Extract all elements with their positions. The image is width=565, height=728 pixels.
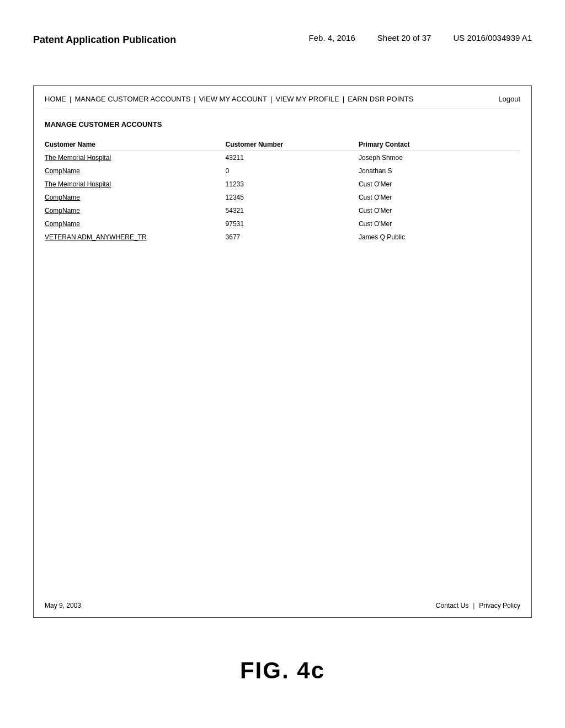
nav-manage-accounts-link[interactable]: MANAGE CUSTOMER ACCOUNTS [74, 95, 190, 103]
cell-customer-name[interactable]: The Memorial Hospital [45, 178, 226, 191]
table-row: CompName97531Cust O'Mer [45, 217, 520, 231]
footer-links: Contact Us | Privacy Policy [436, 602, 520, 609]
nav-links: HOME | MANAGE CUSTOMER ACCOUNTS | VIEW M… [45, 95, 413, 103]
cell-primary-contact: Cust O'Mer [359, 191, 520, 204]
table-row: VETERAN ADM_ANYWHERE_TR3677James Q Publi… [45, 231, 520, 244]
footer-date: May 9, 2003 [45, 602, 81, 609]
patent-header: Patent Application Publication Feb. 4, 2… [0, 33, 565, 47]
cell-primary-contact: Cust O'Mer [359, 178, 520, 191]
nav-sep-3: | [270, 95, 272, 103]
cell-customer-name[interactable]: The Memorial Hospital [45, 151, 226, 165]
figure-label: FIG. 4c [240, 657, 325, 684]
ui-footer: May 9, 2003 Contact Us | Privacy Policy [45, 602, 520, 609]
table-row: The Memorial Hospital11233Cust O'Mer [45, 178, 520, 191]
col-header-customer-number: Customer Number [226, 138, 359, 151]
nav-view-profile-link[interactable]: VIEW MY PROFILE [275, 95, 339, 103]
nav-sep-2: | [194, 95, 195, 103]
nav-view-account-link[interactable]: VIEW MY ACCOUNT [199, 95, 267, 103]
table-header-row: Customer Name Customer Number Primary Co… [45, 138, 520, 151]
cell-primary-contact: Joseph Shmoe [359, 151, 520, 165]
cell-customer-name[interactable]: CompName [45, 164, 226, 178]
patent-date: Feb. 4, 2016 [309, 33, 355, 42]
col-header-customer-name: Customer Name [45, 138, 226, 151]
page-heading: MANAGE CUSTOMER ACCOUNTS [45, 120, 520, 129]
nav-sep-1: | [70, 95, 71, 103]
nav-earn-dsr-link[interactable]: EARN DSR POINTS [348, 95, 413, 103]
cell-customer-number: 54321 [226, 204, 359, 217]
table-row: CompName12345Cust O'Mer [45, 191, 520, 204]
cell-customer-number: 3677 [226, 231, 359, 244]
col-header-primary-contact: Primary Contact [359, 138, 520, 151]
cell-customer-number: 12345 [226, 191, 359, 204]
nav-home-link[interactable]: HOME [45, 95, 66, 103]
table-row: The Memorial Hospital43211Joseph Shmoe [45, 151, 520, 165]
nav-logout-link[interactable]: Logout [498, 95, 520, 103]
customer-table: Customer Name Customer Number Primary Co… [45, 138, 520, 244]
cell-customer-number: 0 [226, 164, 359, 178]
cell-primary-contact: Jonathan S [359, 164, 520, 178]
cell-customer-name[interactable]: CompName [45, 204, 226, 217]
patent-title: Patent Application Publication [33, 33, 176, 47]
cell-primary-contact: Cust O'Mer [359, 217, 520, 231]
patent-sheet: Sheet 20 of 37 [377, 33, 431, 42]
footer-privacy-policy-link[interactable]: Privacy Policy [479, 602, 520, 609]
table-row: CompName0Jonathan S [45, 164, 520, 178]
nav-sep-4: | [343, 95, 344, 103]
cell-primary-contact: Cust O'Mer [359, 204, 520, 217]
cell-customer-name[interactable]: VETERAN ADM_ANYWHERE_TR [45, 231, 226, 244]
table-row: CompName54321Cust O'Mer [45, 204, 520, 217]
footer-pipe: | [473, 602, 475, 609]
footer-contact-us-link[interactable]: Contact Us [436, 602, 468, 609]
cell-customer-number: 97531 [226, 217, 359, 231]
ui-mockup-container: HOME | MANAGE CUSTOMER ACCOUNTS | VIEW M… [33, 85, 532, 618]
cell-primary-contact: James Q Public [359, 231, 520, 244]
cell-customer-name[interactable]: CompName [45, 217, 226, 231]
cell-customer-name[interactable]: CompName [45, 191, 226, 204]
cell-customer-number: 11233 [226, 178, 359, 191]
nav-bar: HOME | MANAGE CUSTOMER ACCOUNTS | VIEW M… [45, 95, 520, 109]
patent-meta: Feb. 4, 2016 Sheet 20 of 37 US 2016/0034… [309, 33, 532, 42]
cell-customer-number: 43211 [226, 151, 359, 165]
patent-number: US 2016/0034939 A1 [453, 33, 532, 42]
